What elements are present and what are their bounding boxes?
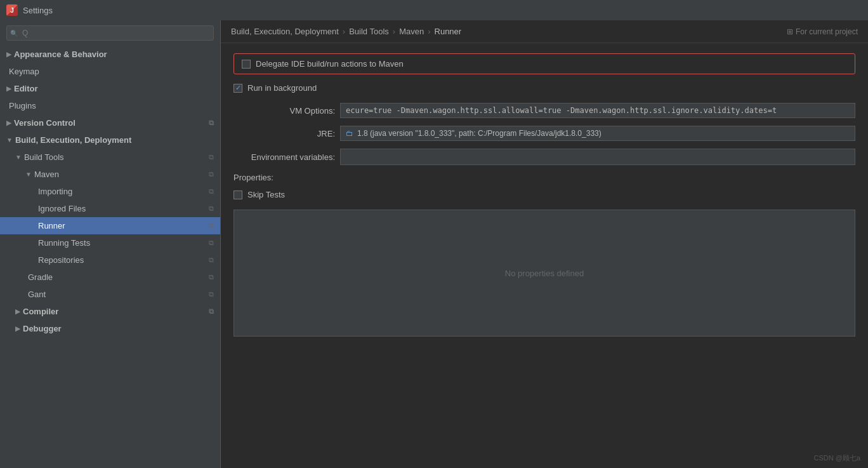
arrow-icon: ▶ <box>15 325 20 332</box>
skip-tests-checkbox[interactable] <box>233 191 242 199</box>
properties-label: Properties: <box>233 173 855 182</box>
breadcrumb: Build, Execution, Deployment › Build Too… <box>221 20 868 43</box>
sidebar-item-importing[interactable]: Importing ⧉ <box>0 183 220 200</box>
main-layout: ▶ Appearance & Behavior Keymap ▶ Editor … <box>0 20 868 468</box>
vm-options-input[interactable] <box>340 103 855 118</box>
copy-icon: ⧉ <box>209 239 214 247</box>
breadcrumb-part-1: Build, Execution, Deployment <box>231 27 339 36</box>
jre-value[interactable]: 🗀 1.8 (java version "1.8.0_333", path: C… <box>340 126 855 141</box>
env-vars-label: Environment variables: <box>233 152 335 162</box>
sidebar-item-debugger[interactable]: ▶ Debugger <box>0 320 220 337</box>
sidebar-item-repositories[interactable]: Repositories ⧉ <box>0 251 220 269</box>
skip-tests-row: Skip Tests <box>233 187 855 202</box>
skip-tests-label: Skip Tests <box>247 190 285 199</box>
sidebar-item-build-tools[interactable]: ▼ Build Tools ⧉ <box>0 149 220 166</box>
arrow-icon: ▶ <box>6 119 11 126</box>
breadcrumb-sep-1: › <box>343 27 345 36</box>
arrow-icon: ▶ <box>6 51 11 58</box>
env-vars-input[interactable] <box>340 149 855 165</box>
sidebar-item-label: Version Control <box>14 118 76 128</box>
sidebar-item-vcs[interactable]: ▶ Version Control ⧉ <box>0 114 220 131</box>
copy-icon: ⧉ <box>209 170 214 178</box>
sidebar-item-label: Importing <box>38 187 72 196</box>
sidebar-item-ignored-files[interactable]: Ignored Files ⧉ <box>0 200 220 217</box>
copy-icon: ⧉ <box>209 290 214 298</box>
vm-options-label: VM Options: <box>233 106 335 116</box>
sidebar-item-plugins[interactable]: Plugins <box>0 97 220 114</box>
copy-icon: ⧉ <box>209 204 214 213</box>
copy-icon: ⧉ <box>209 256 214 264</box>
app-title: Settings <box>23 6 53 15</box>
sidebar-item-label: Ignored Files <box>38 204 86 213</box>
app-icon: J <box>6 4 18 16</box>
run-in-bg-label: Run in background <box>247 83 317 93</box>
sidebar: ▶ Appearance & Behavior Keymap ▶ Editor … <box>0 20 221 468</box>
arrow-icon: ▼ <box>25 171 32 178</box>
search-input[interactable] <box>6 25 214 41</box>
nav-tree: ▶ Appearance & Behavior Keymap ▶ Editor … <box>0 46 220 468</box>
properties-area: No properties defined <box>233 210 855 337</box>
sidebar-item-gant[interactable]: Gant ⧉ <box>0 286 220 303</box>
arrow-icon: ▼ <box>6 137 13 144</box>
breadcrumb-sep-3: › <box>428 27 430 36</box>
project-icon: ⊞ <box>787 27 793 36</box>
copy-icon: ⧉ <box>209 187 214 196</box>
sidebar-item-runner[interactable]: Runner ⧉ <box>0 217 220 234</box>
breadcrumb-part-3: Maven <box>399 27 424 36</box>
sidebar-item-label: Gant <box>28 290 46 299</box>
title-bar: J Settings <box>0 0 868 20</box>
jre-text: 1.8 (java version "1.8.0_333", path: C:/… <box>357 129 602 138</box>
sidebar-item-label: Runner <box>38 221 65 231</box>
jre-icon: 🗀 <box>346 129 353 138</box>
content-area: Build, Execution, Deployment › Build Too… <box>221 20 868 468</box>
delegate-label: Delegate IDE build/run actions to Maven <box>256 59 404 69</box>
sidebar-item-label: Running Tests <box>38 238 90 248</box>
sidebar-item-running-tests[interactable]: Running Tests ⧉ <box>0 234 220 251</box>
sidebar-item-maven[interactable]: ▼ Maven ⧉ <box>0 166 220 183</box>
run-in-bg-checkbox[interactable] <box>233 84 242 93</box>
sidebar-item-label: Build, Execution, Deployment <box>15 135 131 145</box>
sidebar-item-label: Repositories <box>38 255 84 265</box>
sidebar-item-build[interactable]: ▼ Build, Execution, Deployment <box>0 131 220 149</box>
settings-content: Delegate IDE build/run actions to Maven … <box>221 43 868 468</box>
copy-icon: ⧉ <box>209 153 214 161</box>
copy-icon: ⧉ <box>209 307 214 316</box>
no-properties-text: No properties defined <box>505 269 584 278</box>
sidebar-item-label: Compiler <box>23 307 58 316</box>
delegate-checkbox[interactable] <box>242 60 251 69</box>
breadcrumb-sep-2: › <box>393 27 395 36</box>
jre-label: JRE: <box>233 129 335 138</box>
copy-icon: ⧉ <box>209 119 214 127</box>
jre-row: JRE: 🗀 1.8 (java version "1.8.0_333", pa… <box>233 126 855 141</box>
breadcrumb-part-4: Runner <box>435 27 462 36</box>
properties-section: Properties: Skip Tests No properties def… <box>233 173 855 337</box>
copy-icon: ⧉ <box>209 273 214 281</box>
for-project-label: For current project <box>796 27 858 36</box>
sidebar-item-label: Plugins <box>9 101 36 110</box>
copy-icon: ⧉ <box>209 222 214 230</box>
sidebar-item-label: Debugger <box>23 324 62 333</box>
sidebar-item-keymap[interactable]: Keymap <box>0 63 220 80</box>
search-box <box>0 20 220 46</box>
sidebar-item-label: Gradle <box>28 272 53 282</box>
env-vars-row: Environment variables: <box>233 149 855 165</box>
breadcrumb-part-2: Build Tools <box>349 27 389 36</box>
sidebar-item-label: Editor <box>14 84 38 93</box>
sidebar-item-label: Appearance & Behavior <box>14 50 107 59</box>
vm-options-row: VM Options: <box>233 103 855 118</box>
arrow-icon: ▶ <box>15 308 20 315</box>
for-project: ⊞ For current project <box>787 27 858 36</box>
sidebar-item-label: Maven <box>34 170 59 179</box>
sidebar-item-label: Build Tools <box>24 152 64 162</box>
search-wrapper <box>6 25 214 41</box>
run-in-bg-row: Run in background <box>233 81 855 95</box>
sidebar-item-compiler[interactable]: ▶ Compiler ⧉ <box>0 303 220 320</box>
watermark: CSDN @顾七a <box>813 453 860 463</box>
sidebar-item-appearance[interactable]: ▶ Appearance & Behavior <box>0 46 220 63</box>
sidebar-item-editor[interactable]: ▶ Editor <box>0 80 220 97</box>
delegate-row: Delegate IDE build/run actions to Maven <box>233 53 855 74</box>
sidebar-item-label: Keymap <box>9 67 39 76</box>
arrow-icon: ▶ <box>6 85 11 92</box>
arrow-icon: ▼ <box>15 154 22 161</box>
sidebar-item-gradle[interactable]: Gradle ⧉ <box>0 269 220 286</box>
